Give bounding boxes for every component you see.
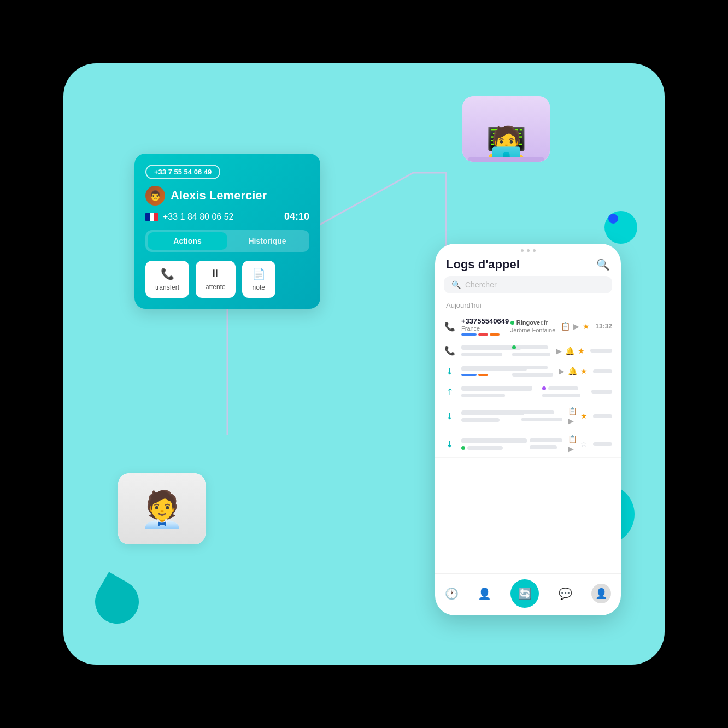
call-tags-1	[461, 333, 505, 336]
call-meta-5	[521, 410, 562, 421]
call-log-row[interactable]: 📞 ▶ 🔔 ★	[435, 340, 621, 361]
call-card: +33 7 55 54 06 49 👨 Alexis Lemercier +33…	[134, 154, 320, 309]
time-placeholder-3	[593, 369, 612, 373]
search-bar[interactable]: 🔍 Chercher	[444, 276, 612, 293]
call-missed-icon: 📞	[444, 345, 456, 356]
call-country-1: France	[461, 325, 505, 332]
caller-number: +33 1 84 80 06 52	[145, 212, 233, 222]
play-icon-1: ▶	[573, 322, 579, 331]
call-log-row[interactable]: ↗	[435, 381, 621, 402]
call-meta-6	[530, 438, 562, 449]
star-icon-2: ★	[578, 347, 585, 355]
call-log-row[interactable]: ↗ 📋 ▶ ☆	[435, 430, 621, 458]
play-icon-2: ▶	[556, 347, 562, 355]
call-info-1: +33755540649 France	[461, 317, 505, 336]
svg-line-0	[315, 173, 413, 227]
nav-chat-icon[interactable]: 💬	[559, 587, 572, 600]
transfer-label: transfert	[155, 284, 179, 291]
call-card-tabs: Actions Historique	[145, 230, 309, 252]
call-timer: 04:10	[284, 211, 309, 222]
hold-label: attente	[206, 283, 226, 291]
tag-blue	[461, 333, 477, 336]
deco-circle-blue	[608, 214, 618, 224]
call-icon-6: ↗	[442, 436, 458, 452]
call-info-2	[461, 345, 507, 356]
caller-info: 👨 Alexis Lemercier	[145, 186, 309, 206]
time-placeholder-4	[591, 390, 612, 394]
caller-avatar: 👨	[145, 186, 165, 206]
green-dot-6	[461, 446, 465, 450]
note-icon-6: 📋	[568, 435, 577, 443]
call-log-row[interactable]: ↗ 📋 ▶ ★	[435, 402, 621, 430]
call-info-4	[461, 386, 537, 397]
call-outgoing-icon-4: ↗	[442, 384, 458, 400]
tag-red	[478, 333, 488, 336]
time-placeholder-6	[593, 442, 612, 446]
main-background: 🧑‍💻 🧑‍💼 +33 7 55 54 06 49 👨 Alexis Lemer…	[63, 63, 665, 665]
play-icon-6: ▶	[568, 444, 577, 453]
star-icon-6: ☆	[580, 439, 588, 448]
call-icon-5: ↗	[442, 408, 458, 424]
star-icon-5: ★	[580, 412, 588, 420]
note-icon-1: 📋	[561, 322, 570, 331]
time-placeholder-2	[590, 349, 612, 353]
action-hold[interactable]: ⏸ attente	[196, 261, 236, 298]
call-incoming-icon: 📞	[444, 321, 456, 332]
call-meta-3	[512, 366, 553, 377]
caller-name: Alexis Lemercier	[171, 189, 267, 203]
call-log-row[interactable]: 📞 +33755540649 France Ringover.fr	[435, 313, 621, 340]
star-icon-1: ★	[583, 322, 590, 331]
nav-clock-icon[interactable]: 🕐	[445, 587, 459, 600]
call-source-1: Ringover.fr	[510, 319, 548, 326]
call-row-icons-5: 📋 ▶ ★	[568, 407, 588, 425]
nav-avatar[interactable]: 👤	[591, 584, 611, 603]
note-label: note	[253, 284, 265, 291]
call-info-5	[461, 410, 516, 422]
search-placeholder-text: Chercher	[465, 280, 497, 289]
call-meta-2	[512, 345, 550, 356]
nav-center-button[interactable]: 🔄	[510, 579, 539, 608]
call-info-6	[461, 438, 524, 450]
bottom-nav: 🕐 👤 🔄 💬 👤	[435, 573, 621, 615]
phone-notch	[435, 244, 621, 252]
call-number-1: +33755540649	[461, 317, 505, 325]
caller-number-row: +33 1 84 80 06 52 04:10	[145, 211, 309, 222]
call-row-icons-3: ▶ 🔔 ★	[559, 367, 588, 375]
tab-actions[interactable]: Actions	[148, 232, 227, 250]
green-dot-2	[512, 345, 516, 349]
note-icon-5: 📋	[568, 407, 577, 415]
call-time-1: 13:32	[595, 322, 612, 330]
call-row-icons-6: 📋 ▶ ☆	[568, 435, 588, 453]
call-agent-1: Jérôme Fontaine	[510, 327, 556, 333]
phone-app: Logs d'appel 🔍 🔍 Chercher Aujourd'hui 📞 …	[435, 244, 621, 615]
deco-leaf	[87, 572, 146, 631]
call-log-row[interactable]: ↗ ▶ 🔔 ★	[435, 361, 621, 381]
call-incoming-icon-3: ↗	[442, 363, 458, 379]
tab-historique[interactable]: Historique	[227, 232, 307, 250]
time-placeholder-5	[593, 414, 612, 418]
call-row-icons-2: ▶ 🔔 ★	[556, 347, 585, 355]
transfer-icon: 📞	[161, 267, 174, 280]
nav-refresh-icon: 🔄	[518, 587, 532, 600]
play-icon-3: ▶	[559, 367, 565, 375]
star-icon-3: ★	[580, 367, 588, 375]
purple-dot-4	[542, 386, 546, 390]
agent-photo-bottom: 🧑‍💼	[118, 473, 206, 544]
app-title: Logs d'appel	[446, 257, 520, 272]
play-icon-5: ▶	[568, 416, 577, 425]
call-meta-4	[542, 386, 580, 397]
search-icon-sm: 🔍	[451, 280, 461, 289]
tag-orange	[490, 333, 500, 336]
action-transfer[interactable]: 📞 transfert	[145, 261, 189, 298]
call-log-scroll: 📞 +33755540649 France Ringover.fr	[435, 313, 621, 573]
search-header-icon[interactable]: 🔍	[596, 258, 610, 271]
section-today-label: Aujourd'hui	[435, 299, 621, 313]
call-row-icons-1: 📋 ▶ ★	[561, 322, 590, 331]
bell-icon-2: 🔔	[565, 347, 574, 355]
nav-person-icon[interactable]: 👤	[478, 587, 491, 600]
call-meta-1: Ringover.fr Jérôme Fontaine	[510, 319, 556, 333]
hold-icon: ⏸	[210, 267, 221, 280]
action-note[interactable]: 📄 note	[242, 261, 275, 298]
app-header: Logs d'appel 🔍	[435, 252, 621, 276]
agent-photo-top: 🧑‍💻	[462, 96, 550, 162]
